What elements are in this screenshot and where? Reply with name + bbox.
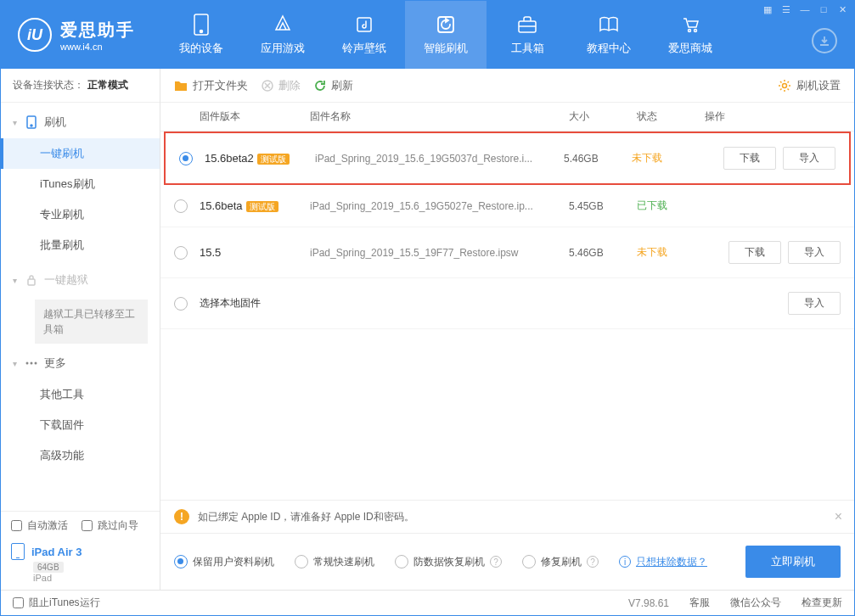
svg-point-10 (26, 362, 29, 365)
menu-icon[interactable]: ☰ (779, 3, 793, 16)
sidebar-item-oneclick-flash[interactable]: 一键刷机 (1, 138, 160, 169)
minimize-icon[interactable]: — (798, 3, 812, 16)
window-controls: ▦ ☰ — □ ✕ (761, 3, 849, 16)
ipad-icon (11, 543, 25, 560)
footer-service[interactable]: 客服 (689, 596, 710, 610)
info-icon: i (619, 556, 631, 568)
option-keep-data[interactable]: 保留用户资料刷机 (174, 555, 274, 569)
flash-options: 保留用户资料刷机 常规快速刷机 防数据恢复刷机? 修复刷机? i只想抹除数据？ … (160, 534, 854, 590)
import-button[interactable]: 导入 (788, 241, 841, 264)
grid-icon[interactable]: ▦ (761, 3, 774, 16)
import-button[interactable]: 导入 (783, 147, 835, 170)
select-radio[interactable] (179, 152, 193, 165)
nav-flash[interactable]: 智能刷机 (405, 1, 487, 69)
option-normal[interactable]: 常规快速刷机 (295, 555, 374, 569)
sidebar-item-advanced[interactable]: 高级功能 (1, 440, 160, 471)
close-icon[interactable]: × (835, 509, 842, 524)
sidebar-item-itunes-flash[interactable]: iTunes刷机 (1, 169, 160, 199)
erase-link[interactable]: i只想抹除数据？ (619, 555, 707, 569)
sidebar-item-download-firmware[interactable]: 下载固件 (1, 410, 160, 440)
local-firmware-row[interactable]: 选择本地固件 导入 (160, 278, 854, 329)
sidebar-item-batch-flash[interactable]: 批量刷机 (1, 230, 160, 260)
auto-activate-checkbox[interactable] (11, 520, 22, 531)
svg-point-5 (689, 30, 691, 32)
svg-point-6 (695, 30, 697, 32)
firmware-row[interactable]: 15.5 iPad_Spring_2019_15.5_19F77_Restore… (160, 227, 854, 278)
music-icon (353, 14, 375, 36)
select-radio[interactable] (174, 199, 188, 213)
delete-button[interactable]: 删除 (262, 78, 301, 93)
nav-store[interactable]: 爱思商城 (650, 1, 731, 69)
option-repair[interactable]: 修复刷机? (522, 555, 599, 569)
close-icon[interactable]: ✕ (835, 3, 849, 16)
sidebar-group-flash[interactable]: ▾ 刷机 (1, 106, 160, 138)
book-icon (598, 14, 620, 36)
nav-tutorials[interactable]: 教程中心 (568, 1, 650, 69)
flash-now-button[interactable]: 立即刷机 (745, 546, 841, 578)
caret-down-icon: ▾ (13, 276, 17, 285)
import-button[interactable]: 导入 (788, 292, 841, 315)
svg-point-14 (783, 83, 787, 87)
footer: 阻止iTunes运行 V7.98.61 客服 微信公众号 检查更新 (1, 590, 854, 615)
download-manager-icon[interactable] (812, 28, 837, 53)
beta-badge: 测试版 (246, 201, 278, 212)
storage-badge: 64GB (33, 562, 64, 573)
skip-guide-checkbox[interactable] (82, 520, 93, 531)
device-info[interactable]: iPad Air 3 (11, 540, 149, 562)
nav-apps[interactable]: 应用游戏 (242, 1, 323, 69)
device-icon (190, 14, 212, 36)
caret-down-icon: ▾ (13, 118, 17, 127)
svg-point-1 (200, 31, 203, 33)
more-icon (25, 357, 37, 369)
help-icon[interactable]: ? (490, 556, 502, 568)
sidebar-group-more[interactable]: ▾ 更多 (1, 347, 160, 379)
nav-toolbox[interactable]: 工具箱 (487, 1, 568, 69)
warning-icon: ! (174, 509, 189, 524)
main-content: 打开文件夹 删除 刷新 刷机设置 固件版本 固件名称 大小 状态 操作 (160, 69, 854, 590)
maximize-icon[interactable]: □ (817, 3, 830, 16)
sidebar-item-other-tools[interactable]: 其他工具 (1, 379, 160, 410)
app-url: www.i4.cn (60, 42, 135, 52)
logo-icon: iU (18, 18, 52, 52)
refresh-button[interactable]: 刷新 (314, 78, 353, 93)
lock-icon (25, 274, 37, 286)
sidebar: 设备连接状态： 正常模式 ▾ 刷机 一键刷机 iTunes刷机 专业刷机 批量刷… (1, 69, 160, 590)
beta-badge: 测试版 (257, 154, 290, 165)
app-name: 爱思助手 (60, 19, 135, 42)
table-header: 固件版本 固件名称 大小 状态 操作 (160, 103, 854, 132)
apps-icon (272, 14, 294, 36)
main-nav: 我的设备 应用游戏 铃声壁纸 智能刷机 工具箱 教程中心 爱思商城 (160, 1, 731, 69)
svg-point-12 (35, 362, 37, 365)
block-itunes-checkbox[interactable] (13, 597, 24, 608)
version-label: V7.98.61 (628, 597, 669, 609)
caret-down-icon: ▾ (13, 359, 17, 368)
select-radio[interactable] (174, 246, 188, 260)
svg-point-8 (31, 125, 32, 126)
svg-point-11 (31, 362, 33, 365)
nav-ringtones[interactable]: 铃声壁纸 (323, 1, 405, 69)
device-type: iPad (11, 573, 149, 583)
sidebar-item-pro-flash[interactable]: 专业刷机 (1, 199, 160, 230)
sidebar-group-jailbreak[interactable]: ▾ 一键越狱 (1, 264, 160, 296)
nav-my-device[interactable]: 我的设备 (160, 1, 242, 69)
jailbreak-note: 越狱工具已转移至工具箱 (35, 300, 148, 344)
download-button[interactable]: 下载 (728, 241, 781, 264)
firmware-row[interactable]: 15.6beta2测试版 iPad_Spring_2019_15.6_19G50… (164, 132, 851, 185)
open-folder-button[interactable]: 打开文件夹 (174, 78, 248, 93)
svg-rect-9 (28, 279, 35, 285)
option-anti-recovery[interactable]: 防数据恢复刷机? (395, 555, 502, 569)
firmware-row[interactable]: 15.6beta测试版 iPad_Spring_2019_15.6_19G502… (160, 185, 854, 227)
gear-icon (778, 79, 791, 92)
toolbox-icon (516, 14, 538, 36)
help-icon[interactable]: ? (587, 556, 599, 568)
delete-icon (262, 80, 273, 92)
download-button[interactable]: 下载 (723, 147, 776, 170)
footer-wechat[interactable]: 微信公众号 (730, 596, 781, 610)
flash-settings-button[interactable]: 刷机设置 (778, 78, 841, 93)
refresh-icon (314, 80, 326, 92)
folder-icon (174, 80, 188, 92)
select-radio[interactable] (174, 297, 188, 311)
app-header: iU 爱思助手 www.i4.cn 我的设备 应用游戏 铃声壁纸 智能刷机 工具… (1, 1, 854, 69)
auto-activate-check[interactable]: 自动激活 跳过向导 (11, 518, 149, 533)
footer-update[interactable]: 检查更新 (802, 596, 842, 610)
